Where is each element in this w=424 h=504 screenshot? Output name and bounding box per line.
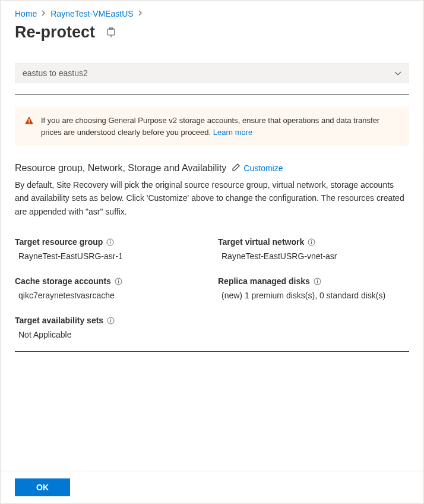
target-resource-group-field: Target resource group RayneTest-EastUSRG… [15, 237, 206, 261]
svg-point-15 [317, 279, 318, 281]
breadcrumb: Home RayneTest-VMEastUS [15, 9, 409, 18]
warning-alert: If you are choosing General Purpose v2 s… [15, 106, 409, 146]
learn-more-link[interactable]: Learn more [213, 128, 252, 137]
replica-managed-disks-field: Replica managed disks (new) 1 premium di… [218, 276, 409, 300]
cache-storage-field: Cache storage accounts qikc7eraynetestva… [15, 276, 206, 300]
field-value: Not Applicable [15, 330, 206, 339]
alert-text: If you are choosing General Purpose v2 s… [41, 115, 400, 138]
svg-point-12 [118, 279, 119, 281]
section-title: Resource group, Network, Storage and Ava… [15, 163, 226, 174]
pin-icon[interactable] [106, 27, 116, 38]
edit-icon [232, 163, 240, 173]
warning-icon [24, 116, 34, 127]
divider [15, 94, 409, 94]
chevron-right-icon [42, 10, 46, 17]
svg-rect-0 [107, 29, 115, 35]
footer: OK [1, 471, 423, 503]
field-value: qikc7eraynetestvasrcache [15, 291, 206, 300]
target-availability-sets-field: Target availability sets Not Applicable [15, 316, 206, 339]
svg-rect-16 [317, 281, 318, 283]
chevron-down-icon [394, 68, 401, 78]
svg-rect-3 [29, 119, 29, 122]
field-value: (new) 1 premium disks(s), 0 standard dis… [218, 291, 409, 300]
svg-rect-13 [118, 281, 119, 283]
dropdown-selected: eastus to eastus2 [23, 68, 88, 78]
info-icon[interactable] [107, 317, 115, 325]
svg-rect-7 [110, 241, 110, 244]
customize-label: Customize [243, 163, 283, 173]
direction-dropdown[interactable]: eastus to eastus2 [15, 63, 409, 83]
svg-point-18 [110, 319, 112, 320]
field-label: Replica managed disks [218, 276, 310, 286]
section-description: By default, Site Recovery will pick the … [15, 178, 409, 218]
svg-rect-10 [311, 241, 312, 244]
field-value: RayneTest-EastUSRG-asr-1 [15, 251, 206, 261]
chevron-right-icon [138, 10, 143, 17]
svg-rect-1 [109, 28, 113, 29]
ok-button[interactable]: OK [15, 478, 70, 496]
divider [15, 351, 409, 352]
info-icon[interactable] [308, 238, 315, 246]
info-icon[interactable] [106, 238, 114, 246]
info-icon[interactable] [115, 278, 122, 285]
svg-rect-19 [110, 320, 111, 322]
svg-rect-4 [29, 122, 29, 124]
field-label: Target virtual network [218, 237, 304, 247]
svg-point-6 [110, 240, 111, 241]
info-icon[interactable] [314, 278, 321, 285]
field-value: RayneTest-EastUSRG-vnet-asr [218, 251, 409, 261]
field-label: Cache storage accounts [15, 276, 111, 286]
breadcrumb-vm[interactable]: RayneTest-VMEastUS [50, 9, 133, 18]
target-virtual-network-field: Target virtual network RayneTest-EastUSR… [218, 237, 409, 261]
breadcrumb-home[interactable]: Home [15, 9, 37, 18]
page-title: Re-protect [15, 23, 95, 42]
field-label: Target resource group [15, 237, 103, 247]
field-label: Target availability sets [15, 316, 103, 325]
svg-point-9 [311, 240, 312, 241]
customize-button[interactable]: Customize [232, 163, 283, 173]
